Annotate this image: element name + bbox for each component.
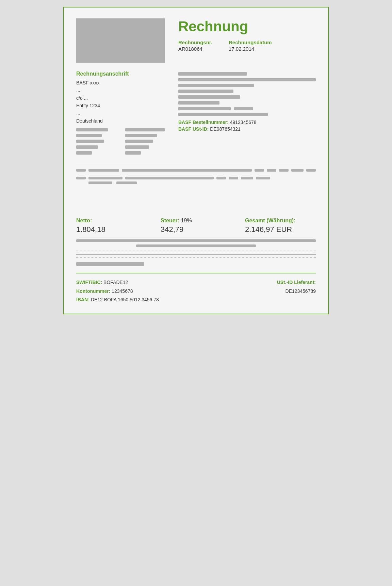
line-items-area	[76, 169, 316, 184]
invoice-number-label: Rechnungsnr.	[178, 39, 212, 45]
line-item-divider	[76, 174, 316, 174]
single-bar-area	[76, 262, 316, 266]
redacted-bar	[178, 90, 233, 93]
redacted-bar	[76, 262, 144, 266]
redacted-bar	[125, 151, 141, 155]
company-logo	[76, 18, 165, 63]
redacted-bar	[178, 78, 316, 81]
billing-address: Rechnungsanschrift BASF xxxx ... c/o ...…	[76, 71, 165, 157]
redacted-bar	[178, 72, 247, 76]
redacted-bar	[178, 113, 268, 116]
footer-section: SWIFT/BIC: BOFADE12 Kontonummer: 1234567…	[76, 273, 316, 304]
address-line-4: Entity 1234	[76, 102, 165, 109]
redacted-bar	[136, 244, 256, 247]
redacted-bar	[229, 177, 238, 179]
line-item-sub-row	[76, 181, 316, 184]
dotted-separator-2	[76, 257, 316, 258]
redacted-bar	[267, 169, 276, 172]
redacted-bar	[178, 107, 231, 110]
billing-address-title: Rechnungsanschrift	[76, 71, 165, 77]
address-line-2: ...	[76, 86, 165, 94]
address-line-6: Deutschland	[76, 117, 165, 125]
empty-space	[76, 188, 316, 208]
address-section: Rechnungsanschrift BASF xxxx ... c/o ...…	[76, 71, 316, 157]
invoice-number-col: Rechnungsnr. AR018064	[178, 39, 212, 52]
invoice-document: Rechnung Rechnungsnr. AR018064 Rechnungs…	[63, 7, 329, 314]
supplier-info-block: BASF Bestellnummer: 4912345678 BASF USt-…	[178, 71, 316, 157]
solid-separator	[76, 254, 316, 255]
gesamt-total: Gesamt (Währung): 2.146,97 EUR	[245, 218, 316, 234]
redacted-col-right	[125, 128, 165, 157]
redacted-bar	[76, 239, 316, 242]
basf-ust: BASF USt-ID: DE987654321	[178, 126, 316, 132]
netto-total: Netto: 1.804,18	[76, 218, 147, 234]
redacted-address-extra	[76, 128, 165, 157]
redacted-bar	[88, 169, 119, 172]
basf-info: BASF Bestellnummer: 4912345678 BASF USt-…	[178, 120, 316, 132]
section-divider-1	[76, 164, 316, 164]
dotted-separator-1	[76, 251, 316, 251]
redacted-bar	[279, 169, 289, 172]
iban-line: IBAN: DE12 BOFA 1650 5012 3456 78	[76, 296, 159, 304]
steuer-label: Steuer: 19%	[161, 218, 231, 224]
redacted-bar	[241, 177, 253, 179]
invoice-date-value: 17.02.2014	[229, 46, 272, 52]
redacted-bar	[125, 177, 214, 179]
redacted-bar	[291, 169, 304, 172]
redacted-bar	[76, 177, 86, 179]
address-line-1: BASF xxxx	[76, 79, 165, 86]
redacted-col-left	[76, 128, 116, 157]
footer-banking: SWIFT/BIC: BOFADE12 Kontonummer: 1234567…	[76, 278, 159, 304]
konto-line: Kontonummer: 12345678	[76, 287, 159, 296]
redacted-bar	[216, 177, 226, 179]
gesamt-value: 2.146,97 EUR	[245, 225, 316, 234]
steuer-total: Steuer: 19% 342,79	[161, 218, 231, 234]
ust-lieferant-label: USt.-ID Lieferant:	[277, 278, 316, 287]
redacted-bar	[234, 107, 254, 110]
redacted-bar	[125, 134, 157, 137]
bottom-redacted-bars	[76, 239, 316, 247]
netto-value: 1.804,18	[76, 225, 147, 234]
ust-lieferant-value: DE123456789	[277, 287, 316, 296]
address-line-5: ...	[76, 110, 165, 117]
redacted-bar	[76, 128, 108, 131]
redacted-bar	[178, 95, 240, 99]
invoice-header: Rechnung Rechnungsnr. AR018064 Rechnungs…	[76, 18, 316, 63]
redacted-bar	[116, 181, 137, 184]
swift-line: SWIFT/BIC: BOFADE12	[76, 278, 159, 287]
invoice-title-block: Rechnung Rechnungsnr. AR018064 Rechnungs…	[178, 18, 316, 63]
redacted-bar	[88, 181, 112, 184]
line-item-row	[76, 177, 316, 179]
invoice-number-value: AR018064	[178, 46, 212, 52]
gesamt-label: Gesamt (Währung):	[245, 218, 316, 224]
line-item-row	[76, 169, 316, 172]
redacted-bar	[178, 101, 219, 105]
redacted-bar	[178, 84, 254, 87]
invoice-meta: Rechnungsnr. AR018064 Rechnungsdatum 17.…	[178, 39, 316, 52]
steuer-value: 342,79	[161, 225, 231, 234]
netto-label: Netto:	[76, 218, 147, 224]
invoice-date-col: Rechnungsdatum 17.02.2014	[229, 39, 272, 52]
redacted-bar	[122, 169, 252, 172]
redacted-bar	[76, 134, 102, 137]
totals-section: Netto: 1.804,18 Steuer: 19% 342,79 Gesam…	[76, 218, 316, 234]
redacted-bar	[125, 145, 149, 149]
redacted-bar	[88, 177, 122, 179]
redacted-bar	[255, 169, 264, 172]
footer-ust: USt.-ID Lieferant: DE123456789	[277, 278, 316, 304]
redacted-bar	[76, 140, 104, 143]
redacted-bar	[256, 177, 270, 179]
address-line-3: c/o ...	[76, 94, 165, 102]
redacted-bar	[125, 140, 153, 143]
redacted-bar	[125, 128, 165, 131]
redacted-bar	[76, 145, 98, 149]
basf-order: BASF Bestellnummer: 4912345678	[178, 120, 316, 125]
redacted-bar	[76, 151, 92, 155]
redacted-bar	[306, 169, 316, 172]
invoice-title: Rechnung	[178, 18, 316, 35]
invoice-date-label: Rechnungsdatum	[229, 39, 272, 45]
redacted-bar	[76, 169, 86, 172]
